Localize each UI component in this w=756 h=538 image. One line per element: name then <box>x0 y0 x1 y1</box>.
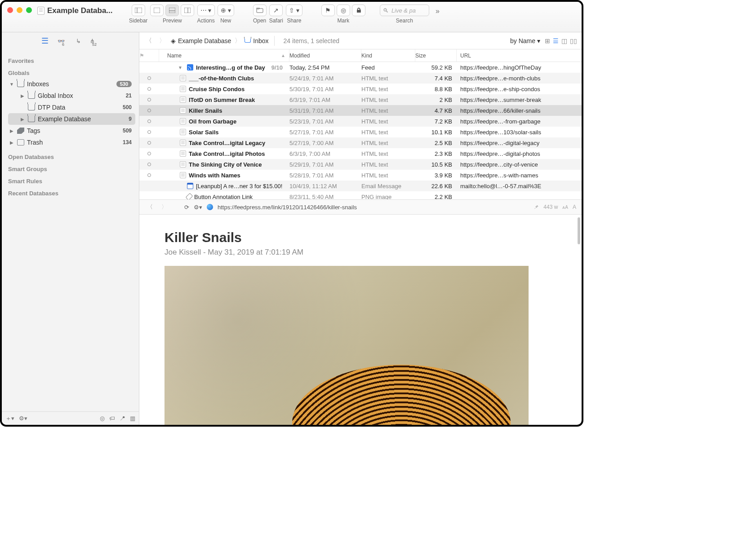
disclosure-triangle-icon[interactable]: ▶ <box>9 140 14 145</box>
sidebar-share-icon[interactable]: ⋔52 <box>90 38 99 44</box>
sidebar-item-inboxes[interactable]: ▼ Inboxes 530 <box>8 78 135 90</box>
safari-button[interactable]: ↗ <box>269 4 283 16</box>
target-icon[interactable]: ◎ <box>100 415 105 422</box>
search-input[interactable]: 🔍︎ Live & pa <box>380 4 429 16</box>
toggle-sidebar-button[interactable] <box>132 4 145 16</box>
pin-icon[interactable]: 📌︎ <box>534 204 539 210</box>
actions-menu-button[interactable]: ⋯ ▾ <box>197 4 215 16</box>
text-larger-icon[interactable]: A <box>573 204 576 210</box>
sidebar-import-icon[interactable]: ↳ <box>76 38 81 44</box>
preview-url[interactable]: https://feedpress.me/link/19120/11426466… <box>218 204 529 211</box>
table-row[interactable]: Button Annotation Link8/23/11, 5:40 AMPN… <box>139 191 582 199</box>
table-row[interactable]: Solar Sails5/27/19, 7:01 AMHTML text10.1… <box>139 127 582 137</box>
gear-menu-button[interactable]: ⚙︎▾ <box>194 204 202 211</box>
text-smaller-icon[interactable]: ᴀA <box>562 205 568 210</box>
table-row[interactable]: Oil from Garbage5/23/19, 7:01 AMHTML tex… <box>139 116 582 127</box>
sidebar-heading-open-databases[interactable]: Open Databases <box>8 154 135 160</box>
tag-footer-icon[interactable]: 🏷︎ <box>109 415 115 422</box>
sidebar-list-icon[interactable]: ☰ <box>41 36 49 46</box>
item-count-status: 24 items, 1 selected <box>284 37 340 44</box>
preview-none-button[interactable] <box>150 4 164 16</box>
sidebar-item-dtp-data[interactable]: DTP Data 500 <box>8 101 135 113</box>
column-flag[interactable]: ⚑ <box>139 49 159 62</box>
sort-ascending-icon: ▲ <box>281 53 285 58</box>
table-row[interactable]: Winds with Names5/28/19, 7:01 AMHTML tex… <box>139 170 582 181</box>
sidebar-item-example-database[interactable]: ▶ Example Database 9 <box>8 113 135 125</box>
table-row[interactable]: Killer Snails5/31/19, 7:01 AMHTML text4.… <box>139 105 582 116</box>
sidebar-heading-recent-databases[interactable]: Recent Databases <box>8 190 135 197</box>
preview-side-button[interactable] <box>181 4 194 16</box>
table-row[interactable]: The Sinking City of Venice5/29/19, 7:01 … <box>139 159 582 170</box>
table-row[interactable]: ITotD on Summer Break6/3/19, 7:01 AMHTML… <box>139 94 582 105</box>
toolbar-preview-label: Preview <box>163 18 182 24</box>
preview-toolbar: 〈 〉 ⟳ ⚙︎▾ https://feedpress.me/link/1912… <box>139 199 582 215</box>
column-url[interactable]: URL <box>457 49 582 62</box>
sidebar-glasses-icon[interactable]: 👓6 <box>58 38 67 44</box>
row-kind: HTML text <box>361 86 415 93</box>
row-size: 8.8 KB <box>415 86 457 93</box>
disclosure-triangle-icon[interactable]: ▼ <box>178 65 182 70</box>
lock-button[interactable]: 🔒︎ <box>352 4 365 16</box>
sidebar-item-global-inbox[interactable]: ▶ Global Inbox 21 <box>8 90 135 101</box>
view-list-icon[interactable]: ☰ <box>553 37 559 44</box>
gear-menu-button[interactable]: ⚙︎▾ <box>19 415 27 422</box>
toolbar-overflow-button[interactable]: » <box>436 7 440 15</box>
unread-icon <box>147 109 151 112</box>
html-file-icon <box>180 86 186 92</box>
row-kind: HTML text <box>361 118 415 125</box>
preview-forward-button[interactable]: 〉 <box>159 202 169 212</box>
column-modified[interactable]: Modified <box>289 49 361 62</box>
preview-back-button[interactable]: 〈 <box>145 202 155 212</box>
preview-pane[interactable]: Killer Snails Joe Kissell - May 31, 2019… <box>139 215 582 425</box>
sidebar-item-tags[interactable]: ▶ Tags 509 <box>8 125 135 137</box>
view-columns-icon[interactable]: ◫ <box>561 37 567 44</box>
table-row[interactable]: ___-of-the-Month Clubs5/24/19, 7:01 AMHT… <box>139 73 582 84</box>
close-window-button[interactable] <box>7 7 13 13</box>
svg-rect-2 <box>154 8 160 13</box>
forward-button[interactable]: 〉 <box>157 36 167 46</box>
pin-icon[interactable]: 📍︎ <box>120 415 125 422</box>
open-button[interactable] <box>253 4 267 16</box>
disclosure-triangle-icon[interactable]: ▼ <box>9 82 14 87</box>
zoom-window-button[interactable] <box>26 7 32 13</box>
breadcrumb-inbox[interactable]: Inbox <box>245 37 268 44</box>
sidebar-item-trash[interactable]: ▶ Trash 134 <box>8 137 135 148</box>
item-list[interactable]: ▼ Interesting…g of the Day 9/10 Today, 2… <box>139 62 582 199</box>
table-row[interactable]: Take Control…igital Photos6/3/19, 7:00 A… <box>139 148 582 159</box>
row-size: 2.5 KB <box>415 140 457 146</box>
row-url: https://feedpre…103/solar-sails <box>457 129 582 136</box>
disclosure-triangle-icon[interactable]: ▶ <box>9 128 14 133</box>
back-button[interactable]: 〈 <box>144 36 154 46</box>
flag-button[interactable]: ⚑ <box>321 4 335 16</box>
details-icon[interactable]: ▥ <box>130 415 135 422</box>
disclosure-triangle-icon[interactable]: ▶ <box>20 93 25 98</box>
view-cover-icon[interactable]: ▯▯ <box>570 37 577 44</box>
add-menu-button[interactable]: ＋▾ <box>5 415 14 423</box>
toolbar-safari: ↗ Safari <box>269 4 283 24</box>
sort-menu-button[interactable]: by Name▾ <box>510 37 540 44</box>
reload-button[interactable]: ⟳ <box>184 204 189 211</box>
sidebar-heading-favorites[interactable]: Favorites <box>8 57 135 64</box>
preview-bottom-button[interactable] <box>165 4 179 16</box>
group-row[interactable]: ▼ Interesting…g of the Day 9/10 Today, 2… <box>139 62 582 73</box>
new-menu-button[interactable]: ⊕ ▾ <box>218 4 234 16</box>
column-name[interactable]: Name▲ <box>159 49 289 62</box>
toolbar-open: Open <box>253 4 267 24</box>
sidebar-heading-smart-groups[interactable]: Smart Groups <box>8 166 135 172</box>
row-name: Take Control…igital Legacy <box>189 140 265 146</box>
scrollbar-icon[interactable] <box>578 217 580 244</box>
column-kind[interactable]: Kind <box>361 49 415 62</box>
table-row[interactable]: [Leanpub] A re…ner 3 for $15.00!10/4/19,… <box>139 181 582 191</box>
disclosure-triangle-icon[interactable]: ▶ <box>20 117 25 122</box>
sidebar-heading-globals[interactable]: Globals <box>8 70 135 76</box>
unread-icon <box>147 130 151 134</box>
table-row[interactable]: Take Control…igital Legacy5/27/19, 7:00 … <box>139 137 582 148</box>
breadcrumb-database[interactable]: ◈ Example Database <box>171 37 231 44</box>
share-button[interactable]: ⇧ ▾ <box>286 4 302 16</box>
unread-button[interactable]: ◎ <box>337 4 350 16</box>
table-row[interactable]: Cruise Ship Condos5/30/19, 7:01 AMHTML t… <box>139 84 582 94</box>
minimize-window-button[interactable] <box>17 7 22 13</box>
view-grid-icon[interactable]: ⊞ <box>545 37 550 44</box>
sidebar-heading-smart-rules[interactable]: Smart Rules <box>8 178 135 185</box>
column-size[interactable]: Size <box>415 49 457 62</box>
